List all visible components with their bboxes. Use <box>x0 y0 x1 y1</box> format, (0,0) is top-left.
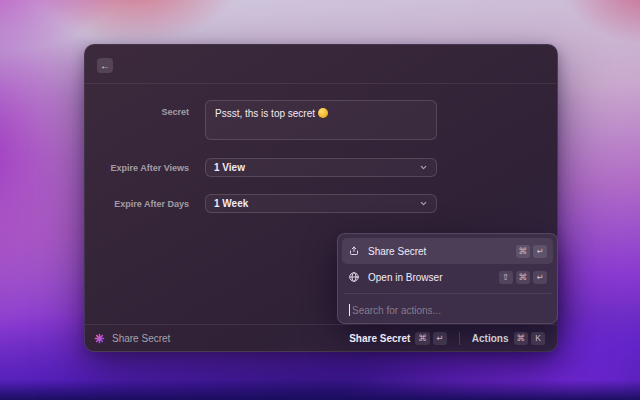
secret-label: Secret <box>85 100 205 140</box>
back-button[interactable]: ← <box>97 58 113 73</box>
actions-panel: Share Secret ⌘ ↵ Open in Browser ⇧ ⌘ ↵ <box>337 233 558 324</box>
actions-menu-label: Actions <box>472 333 509 344</box>
popup-divider <box>344 293 551 294</box>
return-key: ↵ <box>533 271 547 284</box>
titlebar: ← <box>85 45 557 84</box>
search-input[interactable] <box>342 297 553 323</box>
cmd-key: ⌘ <box>514 332 529 345</box>
search-row <box>342 297 553 323</box>
chevron-down-icon <box>419 163 428 172</box>
secret-text: Pssst, ths is top secret <box>215 108 315 119</box>
form-row-views: Expire After Views 1 View <box>85 158 437 177</box>
cmd-key: ⌘ <box>516 271 531 284</box>
action-shortcut: ⌘ ↵ <box>516 245 548 258</box>
primary-action-shortcut: ⌘ ↵ <box>415 332 447 345</box>
app-title: Share Secret <box>112 333 170 344</box>
secret-textarea[interactable]: Pssst, ths is top secret🤫 <box>205 100 437 140</box>
primary-action-label: Share Secret <box>349 333 410 344</box>
expire-views-value: 1 View <box>214 162 245 173</box>
statusbar-divider <box>459 332 460 345</box>
action-item-open-in-browser[interactable]: Open in Browser ⇧ ⌘ ↵ <box>342 264 553 290</box>
expire-days-select[interactable]: 1 Week <box>205 194 437 213</box>
chevron-down-icon <box>419 199 428 208</box>
app-window: ← Secret Pssst, ths is top secret🤫 Expir… <box>84 44 558 352</box>
expire-days-value: 1 Week <box>214 198 248 209</box>
cmd-key: ⌘ <box>516 245 531 258</box>
action-item-share-secret[interactable]: Share Secret ⌘ ↵ <box>342 238 553 264</box>
expire-days-label: Expire After Days <box>85 199 205 209</box>
cmd-key: ⌘ <box>415 332 430 345</box>
expire-views-label: Expire After Views <box>85 163 205 173</box>
primary-action-button[interactable]: Share Secret ⌘ ↵ <box>346 330 450 347</box>
text-caret <box>349 304 350 316</box>
action-shortcut: ⇧ ⌘ ↵ <box>499 271 548 284</box>
globe-icon <box>348 271 360 283</box>
form-row-secret: Secret Pssst, ths is top secret🤫 <box>85 100 437 140</box>
form-row-days: Expire After Days 1 Week <box>85 194 437 213</box>
actions-menu-shortcut: ⌘ K <box>514 332 546 345</box>
actions-menu-button[interactable]: Actions ⌘ K <box>469 330 548 347</box>
action-item-label: Open in Browser <box>368 272 442 283</box>
extension-asterisk-icon <box>94 333 105 344</box>
return-key: ↵ <box>533 245 547 258</box>
share-upload-icon <box>348 245 360 257</box>
k-key: K <box>531 332 545 345</box>
expire-views-select[interactable]: 1 View <box>205 158 437 177</box>
shift-key: ⇧ <box>499 271 513 284</box>
status-bar: Share Secret Share Secret ⌘ ↵ Actions ⌘ … <box>85 324 557 351</box>
action-item-label: Share Secret <box>368 246 426 257</box>
return-key: ↵ <box>433 332 447 345</box>
shushing-emoji: 🤫 <box>318 108 328 118</box>
